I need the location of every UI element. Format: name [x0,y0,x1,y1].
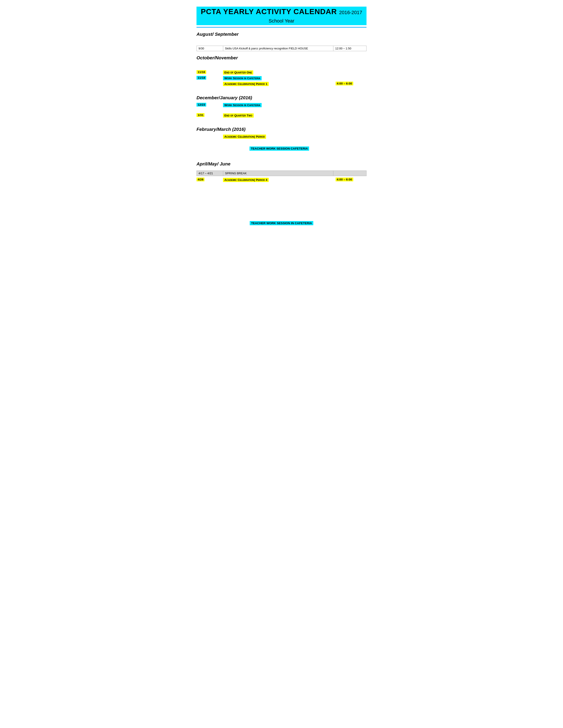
event-description: Academic Celebration( Period 4 [223,177,334,182]
table-row: 9/30 Skills USA Kickoff & parcc proficie… [197,46,367,51]
page-title: PCTA YEARLY ACTIVITY CALENDAR 2016-2017 … [196,7,367,25]
time-highlight: 4:00 – 6:00 [336,82,353,85]
table-row-spring-break: 4/17 – 4/21 SPRING BREAK [197,171,367,176]
event-date: 9/30 [197,46,223,51]
event-table-sep: 9/30 Skills USA Kickoff & parcc proficie… [196,46,367,51]
event-row-1223: 12/23 Work Session in Cafeteria [196,103,367,108]
event-date: 11/16 [196,70,223,74]
section-aug-sep: August/ September [196,32,367,37]
event-time: 12:00 – 1:50 [334,46,367,51]
section-apr-jun: April/May/ June [196,161,367,167]
date-highlight: 1/31 [196,113,204,117]
title-text: PCTA YEARLY ACTIVITY CALENDAR [201,8,337,16]
event-time [334,171,367,176]
date-highlight: 4/26 [196,178,204,181]
section-oct-nov: October/November [196,55,367,60]
event-row-acad1: Academic Celebration( Period 1 4:00 – 6:… [196,81,367,86]
event-date: 11/18 [196,76,223,80]
event-time: 4:00 – 6:00 [334,81,367,85]
event-description: Academic Celebration( Period 1 [223,81,334,86]
teacher-work-session: TEACHER WORK SESSION CAFETERIA [249,146,309,151]
event-date: 12/23 [196,103,223,107]
event-description: Work Session in Cafeteria [223,76,334,81]
bottom-teacher-work: TEACHER WORK SESSION IN CAFETERIA [250,221,313,225]
event-date: 4/26 [196,177,223,181]
time-highlight: 4:00 – 6:00 [336,178,353,181]
event-description: Skills USA Kickoff & parcc proficiency r… [223,46,333,51]
desc-highlight: Academic Celebration( Period 1 [223,82,269,86]
date-highlight: 11/16 [196,70,206,74]
desc-highlight: Academic Celebration( Period [223,135,266,139]
event-description: SPRING BREAK [223,171,333,176]
date-highlight: 12/23 [196,103,206,107]
event-acad-period: Academic Celebration( Period [223,134,367,139]
event-date: 1/31 [196,113,223,117]
event-row-131: 1/31 End of Quarter Two [196,113,367,118]
desc-highlight: Academic Celebration( Period 4 [223,178,269,182]
title-divider [196,27,367,28]
event-description: Work Session in Cafeteria [223,103,334,108]
event-description: End of Quarter One [223,70,334,75]
section-feb-mar: February/March (2016) [196,127,367,132]
event-row-1118: 11/18 Work Session in Cafeteria [196,76,367,81]
desc-highlight: End of Quarter One [223,70,253,75]
bottom-event: TEACHER WORK SESSION IN CAFETERIA [196,221,367,226]
event-description: End of Quarter Two [223,113,334,118]
event-time: 4:00 – 6:00 [334,177,367,181]
event-row-426: 4/26 Academic Celebration( Period 4 4:00… [196,177,367,182]
desc-highlight: Work Session in Cafeteria [223,76,261,80]
page-header: PCTA YEARLY ACTIVITY CALENDAR 2016-2017 … [196,7,367,25]
event-date: 4/17 – 4/21 [197,171,223,176]
section-dec-jan: December/January (2016) [196,95,367,100]
event-table-spring: 4/17 – 4/21 SPRING BREAK [196,171,367,176]
event-row-1116: 11/16 End of Quarter One [196,70,367,75]
desc-highlight: Work Session in Cafeteria [223,103,261,107]
desc-highlight: End of Quarter Two [223,113,254,118]
date-highlight: 11/18 [196,76,206,80]
